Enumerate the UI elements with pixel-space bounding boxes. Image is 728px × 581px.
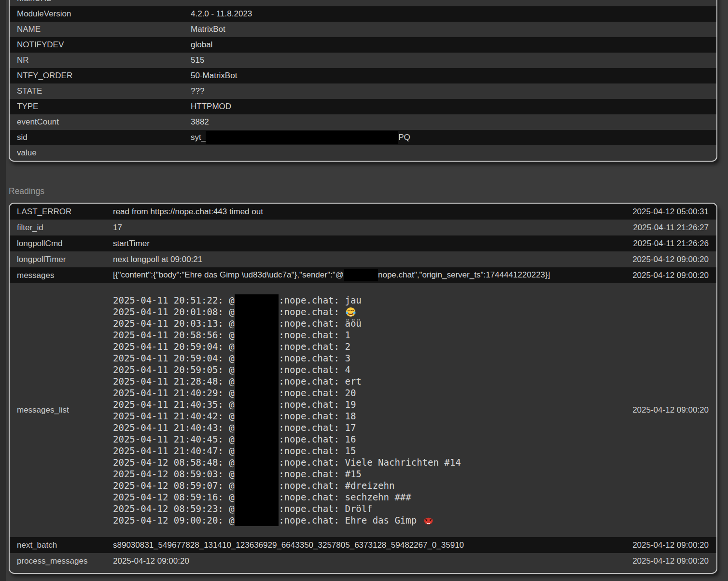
redaction-box: [235, 456, 279, 468]
row-timestamp: 2025-04-12 09:00:20: [632, 405, 716, 415]
row-timestamp: 2025-04-11 21:26:27: [633, 223, 716, 233]
internals-row: TYPEHTTPMOD: [10, 99, 716, 114]
log-line: 2025-04-11 20:59:05: @:nope.chat: 4: [113, 364, 632, 375]
log-line: 2025-04-11 21:40:35: @:nope.chat: 19: [113, 399, 632, 410]
readings-table: LAST_ERRORread from https://nope.chat:44…: [9, 203, 717, 574]
log-line: 2025-04-11 20:03:13: @:nope.chat: äöü: [113, 318, 632, 329]
redaction-box: [235, 399, 279, 410]
row-value: s89030831_549677828_131410_123636929_664…: [113, 540, 632, 550]
row-key: sid: [10, 133, 191, 142]
redaction-box: [344, 269, 378, 281]
row-value: 17: [113, 223, 633, 233]
log-line: 2025-04-11 20:58:56: @:nope.chat: 1: [113, 329, 632, 341]
redaction-box: [235, 294, 279, 306]
log-line: 2025-04-11 21:40:42: @:nope.chat: 18: [113, 410, 632, 422]
row-key: NR: [10, 55, 191, 65]
internals-row: MainURL: [10, 0, 716, 6]
redaction-box: [235, 329, 279, 341]
page-left-edge: [0, 0, 6, 581]
row-timestamp: 2025-04-12 09:00:20: [632, 556, 716, 566]
redaction-box: [235, 445, 279, 456]
row-value: 2025-04-12 09:00:20: [113, 556, 632, 566]
row-key: process_messages: [10, 556, 113, 566]
row-key: messages: [10, 271, 113, 280]
redaction-box: [235, 422, 279, 433]
row-key: LAST_ERROR: [10, 207, 113, 217]
redaction-box: [235, 375, 279, 387]
row-value: 515: [191, 55, 716, 65]
log-line: 2025-04-11 21:40:47: @:nope.chat: 15: [113, 445, 632, 456]
messages-list-log: 2025-04-11 20:51:22: @:nope.chat: jau202…: [113, 283, 632, 537]
log-line: 2025-04-12 08:59:07: @:nope.chat: #dreiz…: [113, 480, 632, 491]
row-key: MainURL: [10, 0, 191, 3]
row-timestamp: 2025-04-12 09:00:20: [632, 540, 716, 550]
readings-row: longpollCmdstartTimer2025-04-11 21:26:26: [10, 235, 716, 251]
row-value: 50-MatrixBot: [191, 71, 716, 81]
internals-row: eventCount3882: [10, 114, 716, 130]
redaction-box: [206, 131, 398, 144]
readings-row: LAST_ERRORread from https://nope.chat:44…: [10, 204, 716, 220]
internals-row: NOTIFYDEVglobal: [10, 37, 716, 53]
readings-row: process_messages2025-04-12 09:00:202025-…: [10, 553, 716, 569]
internals-row: NTFY_ORDER50-MatrixBot: [10, 68, 716, 83]
row-value: 2025-04-11 20:51:22: @:nope.chat: jau202…: [113, 283, 632, 537]
row-key: TYPE: [10, 102, 191, 111]
log-line: 2025-04-11 21:28:48: @:nope.chat: ert: [113, 375, 632, 387]
redaction-box: [235, 468, 279, 480]
log-line: 2025-04-12 08:58:48: @:nope.chat: Viele …: [113, 456, 632, 468]
row-key: STATE: [10, 86, 191, 96]
readings-row: next_batchs89030831_549677828_131410_123…: [10, 537, 716, 553]
row-timestamp: 2025-04-12 05:00:31: [632, 207, 716, 217]
redaction-box: [235, 410, 279, 422]
log-line: 2025-04-11 21:40:45: @:nope.chat: 16: [113, 433, 632, 445]
readings-heading: Readings: [9, 186, 44, 196]
internals-table: MainURLModuleVersion4.2.0 - 11.8.2023NAM…: [9, 0, 717, 162]
row-value: next longpoll at 09:00:21: [113, 255, 632, 264]
row-value: HTTPMOD: [191, 102, 716, 111]
redaction-box: [235, 480, 279, 491]
redaction-box: [235, 503, 279, 514]
log-line: 2025-04-11 21:40:43: @:nope.chat: 17: [113, 422, 632, 433]
readings-row: filter_id172025-04-11 21:26:27: [10, 220, 716, 235]
readings-row: messages_list2025-04-11 20:51:22: @:nope…: [10, 283, 716, 537]
log-line: 2025-04-11 20:59:04: @:nope.chat: 3: [113, 352, 632, 364]
row-key: value: [10, 148, 191, 158]
row-key: longpollTimer: [10, 255, 113, 264]
row-value: syt_PQ: [191, 131, 716, 144]
log-line: 2025-04-12 08:59:16: @:nope.chat: sechze…: [113, 491, 632, 503]
row-value: ???: [191, 86, 716, 96]
row-value: [{"content":{"body":"Ehre das Gimp \ud83…: [113, 269, 632, 281]
internals-row: STATE???: [10, 83, 716, 99]
log-line: 2025-04-12 08:59:03: @:nope.chat: #15: [113, 468, 632, 480]
redaction-box: [235, 352, 279, 364]
redaction-box: [235, 364, 279, 375]
row-key: NAME: [10, 25, 191, 34]
readings-row: messages[{"content":{"body":"Ehre das Gi…: [10, 267, 716, 283]
laugh-emoji-icon: [346, 307, 356, 317]
redaction-box: [235, 491, 279, 503]
internals-row: value: [10, 145, 716, 161]
row-key: eventCount: [10, 117, 191, 127]
row-timestamp: 2025-04-12 09:00:20: [632, 271, 716, 280]
internals-row: sidsyt_PQ: [10, 130, 716, 145]
row-key: next_batch: [10, 540, 113, 550]
redaction-box: [235, 318, 279, 329]
row-value: 4.2.0 - 11.8.2023: [191, 9, 716, 19]
readings-row: longpollTimernext longpoll at 09:00:2120…: [10, 251, 716, 267]
row-value: MatrixBot: [191, 25, 716, 34]
redaction-box: [235, 341, 279, 352]
redaction-box: [235, 433, 279, 445]
row-key: NOTIFYDEV: [10, 40, 191, 50]
goblin-emoji-icon: [423, 515, 434, 526]
log-line: 2025-04-12 08:59:23: @:nope.chat: Drölf: [113, 503, 632, 514]
internals-row: ModuleVersion4.2.0 - 11.8.2023: [10, 6, 716, 22]
row-key: messages_list: [10, 405, 113, 415]
log-line: 2025-04-11 21:40:29: @:nope.chat: 20: [113, 387, 632, 399]
redaction-box: [235, 387, 279, 399]
log-line: 2025-04-12 09:00:20: @:nope.chat: Ehre d…: [113, 514, 632, 526]
row-timestamp: 2025-04-11 21:26:26: [633, 239, 716, 249]
row-value: 3882: [191, 117, 716, 127]
row-timestamp: 2025-04-12 09:00:20: [632, 255, 716, 264]
internals-row: NR515: [10, 53, 716, 68]
row-key: NTFY_ORDER: [10, 71, 191, 81]
